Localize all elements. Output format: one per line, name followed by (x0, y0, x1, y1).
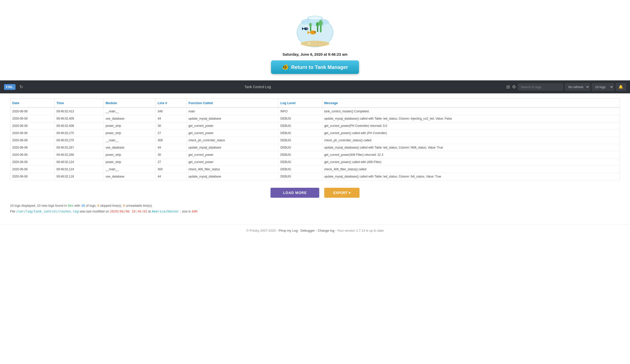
cell-level: DEBUG (278, 137, 322, 144)
cell-message: update_mysql_database() called with Tabl… (322, 115, 620, 122)
return-to-tank-manager-button[interactable]: 🐠 Return to Tank Manager (271, 60, 359, 74)
table-header: Date Time Module Line # Function Called … (10, 99, 620, 108)
cell-function: get_current_power (186, 159, 278, 166)
svg-point-16 (310, 30, 316, 34)
col-header-function[interactable]: Function Called (186, 99, 278, 108)
table-row: 2020-06-0609:46:02,267use_database44upda… (10, 144, 620, 151)
refresh-select[interactable]: No refresh 5s 10s 30s 60s (565, 83, 590, 91)
export-button[interactable]: EXPORT ▾ (324, 188, 359, 198)
cell-level: DEBUG (278, 122, 322, 130)
cell-date: 2020-06-06 (10, 173, 54, 180)
col-header-date[interactable]: Date (10, 99, 54, 108)
table-row: 2020-06-0609:46:02,413__main__346mainINF… (10, 108, 620, 115)
gear-icon[interactable]: ⚙ (512, 84, 516, 90)
datetime-display: Saturday, June 6, 2020 at 9:46:23 am (282, 52, 348, 56)
cell-time: 09:46:02,409 (54, 115, 103, 122)
cell-module: use_database (104, 115, 156, 122)
cell-date: 2020-06-06 (10, 108, 54, 115)
cell-line: 30 (156, 151, 186, 159)
search-input[interactable] (518, 84, 563, 90)
cell-message: tank_control_master() Completed. (322, 108, 620, 115)
cell-level: DEBUG (278, 144, 322, 151)
cell-function: get_current_power (186, 130, 278, 137)
cell-function: check_406_filter_status (186, 166, 278, 173)
changelog-link[interactable]: Change log (318, 229, 334, 232)
cell-module: power_strip (104, 151, 156, 159)
svg-point-18 (314, 31, 316, 32)
table-row: 2020-06-0609:46:02,124power_strip27get_c… (10, 159, 620, 166)
logs-count-select[interactable]: 10 logs 25 logs 50 logs 100 logs (592, 83, 614, 91)
cell-module: __main__ (104, 108, 156, 115)
cell-module: __main__ (104, 137, 156, 144)
cell-level: DEBUG (278, 115, 322, 122)
svg-point-11 (300, 41, 330, 47)
cell-message: get_current_power() called with (PH Cont… (322, 130, 620, 137)
cell-date: 2020-06-06 (10, 159, 54, 166)
cell-line: 309 (156, 137, 186, 144)
col-header-module[interactable]: Module (104, 99, 156, 108)
cell-module: __main__ (104, 166, 156, 173)
table-row: 2020-06-0609:46:02,266power_strip30get_c… (10, 151, 620, 159)
cell-time: 09:46:02,275 (54, 137, 103, 144)
table-row: 2020-06-0609:46:02,409use_database44upda… (10, 115, 620, 122)
fish-icon: 🐠 (282, 64, 289, 70)
page-header: Saturday, June 6, 2020 at 9:46:23 am 🐠 R… (0, 0, 630, 80)
status-line-2: File /var/log/tank_control/routes.log wa… (10, 208, 620, 214)
cell-level: DEBUG (278, 159, 322, 166)
debugger-link[interactable]: Debugger (300, 229, 315, 232)
table-row: 2020-06-0609:46:02,408power_strip30get_c… (10, 122, 620, 130)
table-row: 2020-06-0609:46:02,118use_database44upda… (10, 173, 620, 180)
cell-function: update_mysql_database (186, 144, 278, 151)
svg-point-15 (318, 43, 322, 45)
cell-message: check_406_filter_status() called (322, 166, 620, 173)
cell-line: 44 (156, 144, 186, 151)
cell-date: 2020-06-06 (10, 130, 54, 137)
bell-button[interactable]: 🔔 (616, 83, 626, 91)
cell-time: 09:46:02,267 (54, 144, 103, 151)
cell-line: 44 (156, 115, 186, 122)
cell-message: update_mysql_database() called with Tabl… (322, 144, 620, 151)
navbar: FML ↻ Tank Control Log ⊞ ⚙ No refresh 5s… (0, 80, 630, 93)
page-footer: © Potsky 2007-2020 - Pimp my Log - Debug… (0, 224, 630, 236)
cell-module: power_strip (104, 122, 156, 130)
col-header-line[interactable]: Line # (156, 99, 186, 108)
cell-message: check_ph_controller_status() called (322, 137, 620, 144)
cell-date: 2020-06-06 (10, 122, 54, 130)
footer-sep1: - (298, 229, 301, 232)
footer-sep2: - (315, 229, 318, 232)
pimp-my-log-link[interactable]: Pimp my Log (279, 229, 298, 232)
cell-module: power_strip (104, 130, 156, 137)
cell-function: update_mysql_database (186, 115, 278, 122)
cell-time: 09:46:02,413 (54, 108, 103, 115)
copyright-text: © Potsky 2007-2020 - (246, 229, 279, 232)
cell-level: DEBUG (278, 173, 322, 180)
col-header-message[interactable]: Message (322, 99, 620, 108)
cell-time: 09:46:02,124 (54, 166, 103, 173)
svg-point-10 (309, 23, 312, 27)
cell-level: INFO (278, 108, 322, 115)
cell-module: use_database (104, 144, 156, 151)
table-row: 2020-06-0609:46:02,124__main__300check_4… (10, 166, 620, 173)
navbar-title: Tank Control Log (12, 85, 503, 89)
cell-line: 44 (156, 173, 186, 180)
table-row: 2020-06-0609:46:02,275__main__309check_p… (10, 137, 620, 144)
col-header-time[interactable]: Time (54, 99, 103, 108)
cell-module: power_strip (104, 159, 156, 166)
cell-line: 300 (156, 166, 186, 173)
load-more-button[interactable]: LOAD MORE (270, 188, 319, 198)
cell-module: use_database (104, 173, 156, 180)
svg-point-8 (316, 22, 319, 27)
status-line-1: 10 logs displayed, 10 new logs found in … (10, 203, 620, 208)
col-header-level[interactable]: Log Level (278, 99, 322, 108)
cell-level: DEBUG (278, 166, 322, 173)
cell-time: 09:46:02,275 (54, 130, 103, 137)
cell-date: 2020-06-06 (10, 166, 54, 173)
cell-message: get_current_power(PH Controller) returne… (322, 122, 620, 130)
grid-icon[interactable]: ⊞ (506, 84, 510, 90)
cell-function: get_current_power (186, 122, 278, 130)
version-text: - Your version 1.7.14 is up to date (334, 229, 384, 232)
cell-function: main (186, 108, 278, 115)
log-table-body: 2020-06-0609:46:02,413__main__346mainINF… (10, 108, 620, 180)
cell-line: 27 (156, 159, 186, 166)
cell-line: 30 (156, 122, 186, 130)
